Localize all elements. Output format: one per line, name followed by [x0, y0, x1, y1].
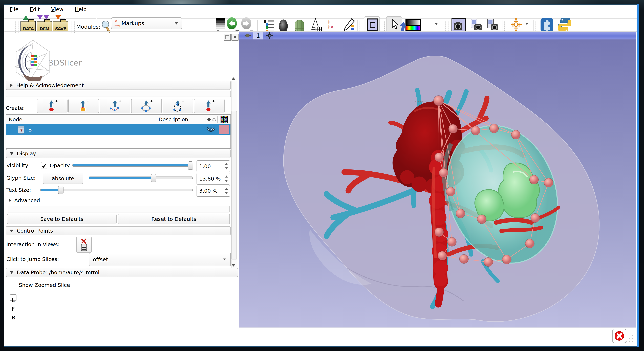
slider-handle[interactable]: [151, 174, 156, 182]
column-color[interactable]: [217, 116, 230, 123]
opacity-spinbox[interactable]: 1.00: [196, 160, 230, 172]
panel-close-button[interactable]: ✕: [232, 34, 238, 41]
control-point[interactable]: [502, 255, 511, 264]
menu-edit[interactable]: Edit: [30, 6, 40, 12]
control-point[interactable]: [438, 251, 447, 260]
table-header-row: Node Description: [6, 115, 230, 124]
column-visibility[interactable]: [205, 117, 217, 122]
scrollbar-down-button[interactable]: [231, 264, 236, 266]
menu-file[interactable]: File: [10, 6, 18, 12]
section-display[interactable]: Display: [6, 149, 231, 158]
control-point[interactable]: [530, 214, 540, 222]
jump-mode-combobox[interactable]: offset: [89, 253, 231, 266]
control-point[interactable]: [477, 215, 486, 224]
subject-hierarchy-icon[interactable]: [264, 19, 275, 33]
control-point[interactable]: [446, 187, 455, 196]
visibility-checkbox[interactable]: [41, 162, 47, 168]
view3d-tab[interactable]: 1: [253, 32, 263, 40]
scrollbar-up-button[interactable]: [231, 78, 236, 80]
control-point[interactable]: [460, 254, 468, 264]
create-plane-button[interactable]: [194, 99, 224, 113]
section-control-points[interactable]: Control Points: [6, 226, 231, 235]
control-point[interactable]: [434, 153, 444, 162]
section-data-probe[interactable]: Data Probe: /home/aure/4.mrml: [6, 268, 238, 277]
panel-float-button[interactable]: [224, 34, 231, 41]
control-point[interactable]: [530, 175, 538, 184]
back-button[interactable]: [226, 17, 239, 32]
show-zoomed-slice-label: Show Zoomed Slice: [19, 282, 70, 288]
slider-handle[interactable]: [58, 186, 64, 194]
control-point[interactable]: [484, 258, 493, 266]
view-crosshair-icon[interactable]: [266, 32, 274, 39]
crosshair-button[interactable]: [509, 17, 523, 33]
create-line-button[interactable]: [68, 99, 99, 113]
spin-up-icon[interactable]: [225, 188, 228, 190]
view3d-viewport[interactable]: [239, 40, 636, 328]
scrollbar-thumb[interactable]: [232, 111, 237, 260]
control-point[interactable]: [456, 209, 465, 218]
slider-handle[interactable]: [188, 162, 193, 170]
menu-view[interactable]: View: [51, 6, 64, 12]
chevron-down-icon[interactable]: [525, 23, 529, 25]
module-history-icon[interactable]: [216, 18, 226, 29]
glyph-size-spinbox[interactable]: 13.80 %: [196, 173, 230, 184]
extensions-manager-button[interactable]: [540, 17, 554, 33]
save-to-defaults-button[interactable]: Save to Defaults: [7, 214, 116, 224]
python-console-button[interactable]: [557, 17, 572, 33]
create-open-curve-button[interactable]: [100, 99, 130, 113]
load-dicom-button[interactable]: DCM: [36, 21, 52, 32]
create-closed-curve-button[interactable]: [131, 99, 162, 113]
load-data-button[interactable]: DATA: [20, 21, 36, 32]
spin-down-icon[interactable]: [225, 192, 228, 194]
glyph-size-slider[interactable]: [89, 176, 193, 179]
divider: [66, 18, 96, 19]
layout-selector-button[interactable]: [364, 16, 380, 33]
save-button[interactable]: SAVE: [53, 21, 68, 32]
node-color-swatch[interactable]: [219, 125, 229, 134]
chevron-right-icon: [9, 199, 11, 202]
pin-icon[interactable]: [244, 33, 251, 38]
table-row[interactable]: ? B: [6, 124, 230, 135]
menu-help[interactable]: Help: [75, 6, 87, 12]
question-folder-icon: ?: [18, 125, 25, 134]
spin-up-icon[interactable]: [225, 163, 228, 165]
control-point[interactable]: [544, 178, 553, 187]
control-point[interactable]: [434, 96, 444, 106]
chevron-down-icon: [10, 271, 14, 274]
control-point[interactable]: [448, 124, 458, 133]
advanced-toggle[interactable]: Advanced: [9, 197, 40, 204]
control-point[interactable]: [434, 228, 444, 237]
visibility-eye-icon[interactable]: [206, 127, 215, 133]
reset-to-defaults-button[interactable]: Reset to Defaults: [118, 214, 230, 224]
module-selector[interactable]: ✳✳✳ Markups: [111, 17, 182, 30]
column-node[interactable]: Node: [6, 116, 156, 122]
create-angle-button[interactable]: [162, 99, 193, 113]
spin-up-icon[interactable]: [225, 176, 228, 178]
interaction-views-button[interactable]: [76, 237, 92, 253]
forward-button[interactable]: [240, 17, 253, 32]
divider: [70, 20, 70, 34]
control-point[interactable]: [490, 124, 498, 133]
text-size-slider[interactable]: [40, 188, 193, 191]
section-help-acknowledgement[interactable]: Help & Acknowledgement: [6, 81, 231, 90]
orientation-f-label: F: [12, 306, 15, 312]
control-point[interactable]: [525, 239, 534, 248]
text-size-spinbox[interactable]: 3.00 %: [196, 185, 230, 197]
glyph-mode-button[interactable]: absolute: [43, 173, 83, 184]
opacity-slider[interactable]: [72, 164, 193, 167]
delete-markup-button[interactable]: [612, 329, 626, 343]
glyph-mode-value: absolute: [52, 175, 74, 182]
control-point[interactable]: [439, 168, 448, 177]
column-description[interactable]: Description: [156, 116, 205, 122]
control-point[interactable]: [511, 130, 520, 139]
red-cross-icon: [614, 331, 624, 341]
place-markup-icon[interactable]: ✳✳✳: [326, 20, 333, 30]
jump-slices-checkbox[interactable]: [76, 262, 82, 268]
control-point[interactable]: [471, 126, 480, 135]
view3d-header-bar: 1: [239, 32, 636, 40]
create-point-list-button[interactable]: [37, 99, 68, 113]
spin-down-icon[interactable]: [225, 168, 228, 170]
chevron-down-icon[interactable]: [434, 23, 438, 25]
control-point[interactable]: [447, 237, 456, 246]
spin-down-icon[interactable]: [225, 180, 228, 182]
